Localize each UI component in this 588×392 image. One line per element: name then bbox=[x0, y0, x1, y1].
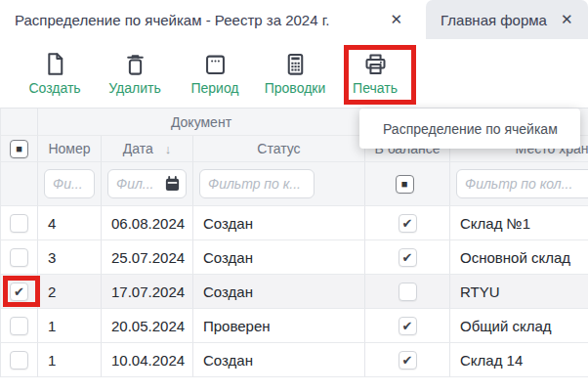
row-select-cell[interactable]: ✔ bbox=[1, 275, 38, 309]
cell-number[interactable]: 1 bbox=[38, 309, 102, 343]
cell-place[interactable]: RTYU bbox=[450, 275, 588, 309]
create-button-label: Создать bbox=[28, 80, 80, 96]
print-menu-item[interactable]: Распределение по ячейкам bbox=[383, 121, 558, 137]
column-header-number[interactable]: Номер bbox=[38, 136, 102, 162]
balance-checkbox[interactable]: ✔ bbox=[399, 317, 417, 335]
close-icon[interactable]: ✕ bbox=[561, 11, 573, 28]
cell-number[interactable]: 2 bbox=[38, 275, 102, 309]
period-button[interactable]: Период bbox=[175, 39, 255, 108]
cell-number[interactable]: 3 bbox=[38, 240, 102, 275]
cell-date[interactable]: 17.07.2024 bbox=[102, 275, 193, 309]
tab-main-form[interactable]: Главная форма ✕ bbox=[426, 0, 588, 39]
column-header-status[interactable]: Статус bbox=[193, 136, 365, 162]
row-checkbox[interactable] bbox=[10, 317, 28, 335]
row-select-cell[interactable] bbox=[1, 343, 38, 377]
cell-balance[interactable]: ✔ bbox=[365, 240, 450, 275]
cell-balance[interactable]: ✔ bbox=[365, 343, 450, 377]
balance-checkbox[interactable]: ✔ bbox=[399, 248, 417, 267]
cell-number[interactable]: 4 bbox=[38, 206, 102, 240]
row-checkbox-checked[interactable]: ✔ bbox=[10, 283, 28, 301]
tab-registry[interactable]: Распределение по ячейкам - Реестр за 202… bbox=[0, 0, 417, 39]
filter-empty-cell bbox=[1, 162, 38, 206]
cell-place[interactable]: Склад 14 bbox=[450, 343, 588, 377]
filter-date-cell bbox=[102, 162, 193, 206]
calendar-icon bbox=[202, 51, 229, 77]
trash-icon bbox=[122, 51, 148, 77]
row-checkbox[interactable] bbox=[10, 214, 28, 233]
tab-main-form-label: Главная форма bbox=[441, 12, 547, 28]
calendar-picker-icon[interactable] bbox=[164, 176, 181, 193]
column-header-date[interactable]: Дата ↓ bbox=[102, 136, 193, 162]
calculator-icon bbox=[282, 51, 309, 77]
balance-checkbox[interactable]: ✔ bbox=[399, 351, 417, 370]
filter-balance-cell: ■ bbox=[365, 162, 450, 206]
delete-button[interactable]: Удалить bbox=[95, 39, 175, 108]
cell-date[interactable]: 06.08.2024 bbox=[102, 206, 193, 240]
row-select-cell[interactable] bbox=[1, 206, 38, 240]
select-all-checkbox[interactable]: ■ bbox=[10, 140, 28, 158]
filter-status-cell bbox=[193, 162, 365, 206]
cell-status[interactable]: Создан bbox=[193, 206, 365, 240]
cell-status[interactable]: Создан bbox=[193, 240, 365, 275]
row-select-cell[interactable] bbox=[1, 309, 38, 343]
printer-icon bbox=[362, 51, 389, 77]
transactions-button[interactable]: Проводки bbox=[255, 39, 335, 108]
cell-number[interactable]: 1 bbox=[38, 343, 102, 377]
cell-place[interactable]: Основной склад bbox=[450, 240, 588, 275]
cell-date[interactable]: 25.07.2024 bbox=[102, 240, 193, 275]
toolbar: Создать Удалить Период Прово bbox=[0, 39, 588, 108]
cell-balance[interactable] bbox=[365, 275, 450, 309]
print-dropdown-menu: Распределение по ячейкам bbox=[359, 109, 580, 149]
select-all-cell[interactable]: ■ bbox=[1, 136, 38, 162]
sort-descending-icon[interactable]: ↓ bbox=[165, 142, 172, 156]
balance-checkbox[interactable] bbox=[399, 283, 417, 301]
create-button[interactable]: Создать bbox=[15, 39, 95, 108]
status-filter-input[interactable] bbox=[199, 169, 315, 198]
cell-status[interactable]: Создан bbox=[193, 275, 365, 309]
delete-button-label: Удалить bbox=[108, 80, 160, 96]
place-filter-input[interactable] bbox=[456, 169, 588, 198]
cell-balance[interactable]: ✔ bbox=[365, 309, 450, 343]
cell-place[interactable]: Склад №1 bbox=[450, 206, 588, 240]
transactions-button-label: Проводки bbox=[265, 80, 326, 96]
filter-number-cell bbox=[38, 162, 102, 206]
group-header-empty bbox=[1, 109, 38, 136]
cell-place[interactable]: Общий склад bbox=[450, 309, 588, 343]
number-filter-input[interactable] bbox=[44, 169, 95, 198]
cell-date[interactable]: 20.05.2024 bbox=[102, 309, 193, 343]
group-header-document: Документ bbox=[38, 109, 365, 136]
new-document-icon bbox=[42, 51, 68, 77]
cell-date[interactable]: 10.04.2024 bbox=[102, 343, 193, 377]
filter-place-cell bbox=[450, 162, 588, 206]
tab-bar: Распределение по ячейкам - Реестр за 202… bbox=[0, 0, 588, 39]
cell-balance[interactable]: ✔ bbox=[365, 206, 450, 240]
row-checkbox[interactable] bbox=[10, 248, 28, 267]
tab-registry-label: Распределение по ячейкам - Реестр за 202… bbox=[15, 12, 330, 28]
cell-status[interactable]: Создан bbox=[193, 343, 365, 377]
print-button[interactable]: Печать bbox=[335, 39, 415, 108]
balance-filter-checkbox[interactable]: ■ bbox=[396, 175, 414, 194]
row-select-cell[interactable] bbox=[1, 240, 38, 275]
print-button-label: Печать bbox=[353, 80, 398, 96]
close-icon[interactable]: ✕ bbox=[390, 11, 402, 28]
period-button-label: Период bbox=[190, 80, 238, 96]
cell-status[interactable]: Проверен bbox=[193, 309, 365, 343]
balance-checkbox[interactable]: ✔ bbox=[399, 214, 417, 233]
row-checkbox[interactable] bbox=[10, 351, 28, 370]
